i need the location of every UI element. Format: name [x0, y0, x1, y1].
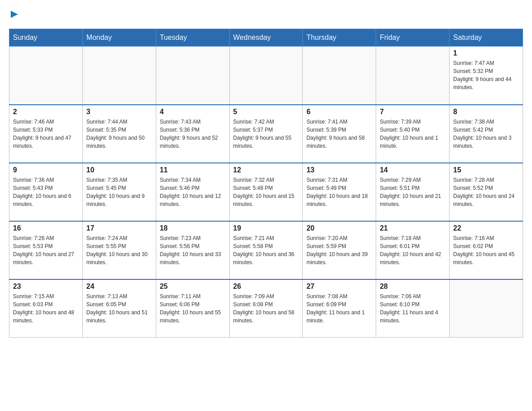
day-info: Sunrise: 7:18 AMSunset: 6:01 PMDaylight:… — [380, 234, 446, 266]
calendar-day-cell: 8Sunrise: 7:38 AMSunset: 5:42 PMDaylight… — [450, 105, 523, 163]
day-info: Sunrise: 7:32 AMSunset: 5:48 PMDaylight:… — [233, 176, 299, 208]
day-number: 11 — [160, 166, 226, 174]
day-info: Sunrise: 7:06 AMSunset: 6:10 PMDaylight:… — [380, 292, 446, 325]
day-info: Sunrise: 7:34 AMSunset: 5:46 PMDaylight:… — [160, 176, 226, 208]
calendar-day-cell: 24Sunrise: 7:13 AMSunset: 6:05 PMDayligh… — [82, 279, 156, 338]
calendar-day-cell — [303, 47, 376, 105]
day-number: 24 — [86, 283, 152, 291]
day-number: 9 — [13, 166, 79, 174]
day-info: Sunrise: 7:46 AMSunset: 5:33 PMDaylight:… — [13, 118, 79, 150]
calendar-day-cell: 12Sunrise: 7:32 AMSunset: 5:48 PMDayligh… — [229, 163, 303, 221]
day-info: Sunrise: 7:20 AMSunset: 5:59 PMDaylight:… — [306, 234, 372, 266]
day-number: 8 — [453, 108, 519, 116]
calendar-day-cell — [450, 279, 523, 338]
day-number: 20 — [306, 224, 372, 232]
day-number: 27 — [306, 283, 372, 291]
calendar-day-cell: 6Sunrise: 7:41 AMSunset: 5:39 PMDaylight… — [303, 105, 376, 163]
calendar-day-cell: 20Sunrise: 7:20 AMSunset: 5:59 PMDayligh… — [303, 221, 376, 279]
day-of-week-header: Friday — [376, 29, 450, 47]
calendar-day-cell — [376, 47, 450, 105]
day-number: 5 — [233, 108, 299, 116]
day-info: Sunrise: 7:28 AMSunset: 5:52 PMDaylight:… — [453, 176, 519, 208]
day-number: 15 — [453, 166, 519, 174]
day-info: Sunrise: 7:35 AMSunset: 5:45 PMDaylight:… — [86, 176, 152, 208]
day-of-week-header: Saturday — [450, 29, 523, 47]
day-number: 4 — [160, 108, 226, 116]
day-number: 14 — [380, 166, 446, 174]
calendar-day-cell: 1Sunrise: 7:47 AMSunset: 5:32 PMDaylight… — [450, 47, 523, 105]
calendar-day-cell — [9, 47, 83, 105]
logo — [9, 9, 20, 20]
day-number: 26 — [233, 283, 299, 291]
calendar-week-row: 16Sunrise: 7:26 AMSunset: 5:53 PMDayligh… — [9, 221, 523, 279]
day-of-week-header: Monday — [82, 29, 156, 47]
calendar-day-cell: 21Sunrise: 7:18 AMSunset: 6:01 PMDayligh… — [376, 221, 450, 279]
calendar-day-cell: 19Sunrise: 7:21 AMSunset: 5:58 PMDayligh… — [229, 221, 303, 279]
page-header — [9, 9, 523, 20]
calendar-day-cell: 22Sunrise: 7:16 AMSunset: 6:02 PMDayligh… — [450, 221, 523, 279]
day-number: 25 — [160, 283, 226, 291]
calendar-day-cell: 28Sunrise: 7:06 AMSunset: 6:10 PMDayligh… — [376, 279, 450, 338]
day-number: 18 — [160, 224, 226, 232]
day-info: Sunrise: 7:41 AMSunset: 5:39 PMDaylight:… — [306, 118, 372, 150]
day-info: Sunrise: 7:11 AMSunset: 6:06 PMDaylight:… — [160, 292, 226, 325]
calendar-day-cell: 14Sunrise: 7:29 AMSunset: 5:51 PMDayligh… — [376, 163, 450, 221]
day-number: 22 — [453, 224, 519, 232]
calendar-day-cell: 23Sunrise: 7:15 AMSunset: 6:03 PMDayligh… — [9, 279, 83, 338]
day-number: 7 — [380, 108, 446, 116]
day-info: Sunrise: 7:42 AMSunset: 5:37 PMDaylight:… — [233, 118, 299, 150]
day-of-week-header: Thursday — [303, 29, 376, 47]
calendar-day-cell: 2Sunrise: 7:46 AMSunset: 5:33 PMDaylight… — [9, 105, 83, 163]
calendar-header-row: SundayMondayTuesdayWednesdayThursdayFrid… — [9, 29, 523, 47]
day-number: 12 — [233, 166, 299, 174]
calendar-day-cell: 7Sunrise: 7:39 AMSunset: 5:40 PMDaylight… — [376, 105, 450, 163]
calendar-table: SundayMondayTuesdayWednesdayThursdayFrid… — [9, 29, 523, 338]
day-info: Sunrise: 7:44 AMSunset: 5:35 PMDaylight:… — [86, 118, 152, 150]
day-info: Sunrise: 7:21 AMSunset: 5:58 PMDaylight:… — [233, 234, 299, 266]
calendar-day-cell: 5Sunrise: 7:42 AMSunset: 5:37 PMDaylight… — [229, 105, 303, 163]
calendar-day-cell: 3Sunrise: 7:44 AMSunset: 5:35 PMDaylight… — [82, 105, 156, 163]
day-info: Sunrise: 7:24 AMSunset: 5:55 PMDaylight:… — [86, 234, 152, 266]
calendar-day-cell: 11Sunrise: 7:34 AMSunset: 5:46 PMDayligh… — [156, 163, 229, 221]
day-number: 1 — [453, 49, 519, 57]
day-number: 19 — [233, 224, 299, 232]
calendar-day-cell: 9Sunrise: 7:36 AMSunset: 5:43 PMDaylight… — [9, 163, 83, 221]
day-info: Sunrise: 7:31 AMSunset: 5:49 PMDaylight:… — [306, 176, 372, 208]
day-info: Sunrise: 7:16 AMSunset: 6:02 PMDaylight:… — [453, 234, 519, 266]
day-number: 13 — [306, 166, 372, 174]
day-number: 17 — [86, 224, 152, 232]
calendar-week-row: 1Sunrise: 7:47 AMSunset: 5:32 PMDaylight… — [9, 47, 523, 105]
day-info: Sunrise: 7:13 AMSunset: 6:05 PMDaylight:… — [86, 292, 152, 325]
logo-flag-icon — [10, 10, 20, 20]
day-number: 23 — [13, 283, 79, 291]
day-number: 2 — [13, 108, 79, 116]
calendar-day-cell: 17Sunrise: 7:24 AMSunset: 5:55 PMDayligh… — [82, 221, 156, 279]
calendar-day-cell: 18Sunrise: 7:23 AMSunset: 5:56 PMDayligh… — [156, 221, 229, 279]
day-of-week-header: Wednesday — [229, 29, 303, 47]
day-of-week-header: Sunday — [9, 29, 83, 47]
calendar-week-row: 23Sunrise: 7:15 AMSunset: 6:03 PMDayligh… — [9, 279, 523, 338]
calendar-day-cell — [229, 47, 303, 105]
day-number: 16 — [13, 224, 79, 232]
calendar-day-cell — [82, 47, 156, 105]
day-info: Sunrise: 7:39 AMSunset: 5:40 PMDaylight:… — [380, 118, 446, 150]
calendar-day-cell: 4Sunrise: 7:43 AMSunset: 5:36 PMDaylight… — [156, 105, 229, 163]
calendar-day-cell: 10Sunrise: 7:35 AMSunset: 5:45 PMDayligh… — [82, 163, 156, 221]
day-info: Sunrise: 7:36 AMSunset: 5:43 PMDaylight:… — [13, 176, 79, 208]
day-info: Sunrise: 7:38 AMSunset: 5:42 PMDaylight:… — [453, 118, 519, 150]
calendar-day-cell: 13Sunrise: 7:31 AMSunset: 5:49 PMDayligh… — [303, 163, 376, 221]
calendar-week-row: 2Sunrise: 7:46 AMSunset: 5:33 PMDaylight… — [9, 105, 523, 163]
day-info: Sunrise: 7:08 AMSunset: 6:09 PMDaylight:… — [306, 292, 372, 325]
svg-marker-0 — [11, 11, 18, 18]
day-info: Sunrise: 7:09 AMSunset: 6:08 PMDaylight:… — [233, 292, 299, 325]
day-info: Sunrise: 7:15 AMSunset: 6:03 PMDaylight:… — [13, 292, 79, 325]
day-info: Sunrise: 7:23 AMSunset: 5:56 PMDaylight:… — [160, 234, 226, 266]
day-info: Sunrise: 7:43 AMSunset: 5:36 PMDaylight:… — [160, 118, 226, 150]
day-info: Sunrise: 7:26 AMSunset: 5:53 PMDaylight:… — [13, 234, 79, 266]
day-number: 10 — [86, 166, 152, 174]
day-number: 21 — [380, 224, 446, 232]
day-number: 3 — [86, 108, 152, 116]
day-number: 28 — [380, 283, 446, 291]
calendar-day-cell — [156, 47, 229, 105]
calendar-week-row: 9Sunrise: 7:36 AMSunset: 5:43 PMDaylight… — [9, 163, 523, 221]
